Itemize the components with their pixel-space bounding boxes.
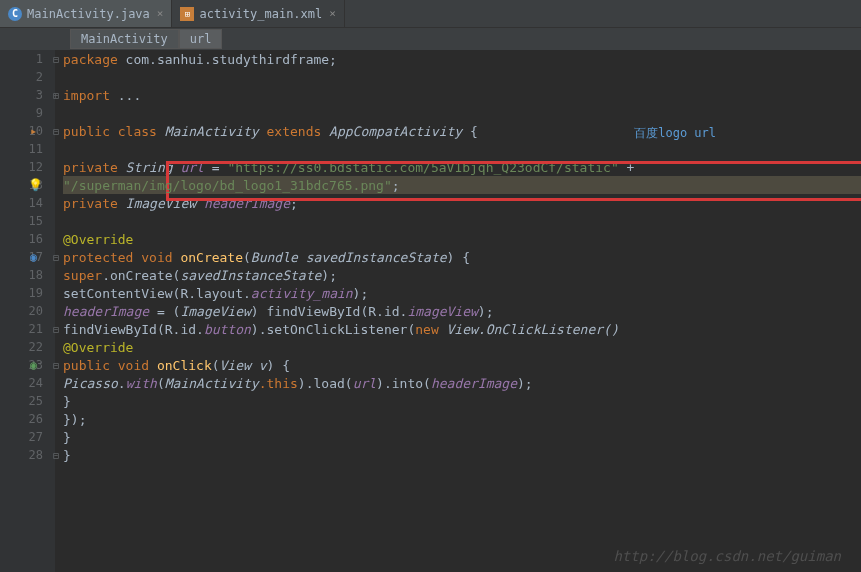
editor-tabs: C MainActivity.java × ⊞ activity_main.xm… xyxy=(0,0,861,28)
line-number: 27 xyxy=(0,428,51,446)
line-number: 26 xyxy=(0,410,51,428)
line-gutter: 1 2 3 9 ▸10 11 12 💡13 14 15 16 ◉17 18 19… xyxy=(0,50,55,572)
fold-icon[interactable]: ⊟ xyxy=(53,360,59,371)
line-number: ◉23 xyxy=(0,356,51,374)
line-number: 2 xyxy=(0,68,51,86)
tab-mainactivity-java[interactable]: C MainActivity.java × xyxy=(0,0,172,27)
breadcrumb-class[interactable]: MainActivity xyxy=(70,29,179,49)
line-number: 11 xyxy=(0,140,51,158)
line-number: 14 xyxy=(0,194,51,212)
bulb-icon[interactable]: 💡 xyxy=(28,178,43,192)
line-number: 18 xyxy=(0,266,51,284)
code-editor: 1 2 3 9 ▸10 11 12 💡13 14 15 16 ◉17 18 19… xyxy=(0,50,861,572)
line-number: 19 xyxy=(0,284,51,302)
line-number: 25 xyxy=(0,392,51,410)
line-number: 20 xyxy=(0,302,51,320)
breadcrumb: MainActivity url xyxy=(0,28,861,50)
fold-icon[interactable]: ⊟ xyxy=(53,450,59,461)
override-icon[interactable]: ◉ xyxy=(30,250,44,264)
line-number: 21 xyxy=(0,320,51,338)
line-number: 24 xyxy=(0,374,51,392)
tab-label: activity_main.xml xyxy=(199,7,322,21)
line-number: 9 xyxy=(0,104,51,122)
code-area[interactable]: ⊟package com.sanhui.studythirdframe; ⊞im… xyxy=(55,50,861,572)
line-number: 3 xyxy=(0,86,51,104)
close-icon[interactable]: × xyxy=(329,7,336,20)
close-icon[interactable]: × xyxy=(157,7,164,20)
line-number: 1 xyxy=(0,50,51,68)
xml-layout-icon: ⊞ xyxy=(180,7,194,21)
annotation-label: 百度logo url xyxy=(634,125,716,142)
tab-label: MainActivity.java xyxy=(27,7,150,21)
implement-icon[interactable]: ◉ xyxy=(30,358,44,372)
line-number: ▸10 xyxy=(0,122,51,140)
tab-activity-main-xml[interactable]: ⊞ activity_main.xml × xyxy=(172,0,344,27)
breadcrumb-field[interactable]: url xyxy=(179,29,223,49)
fold-icon[interactable]: ⊟ xyxy=(53,324,59,335)
line-number: 15 xyxy=(0,212,51,230)
line-number: 28 xyxy=(0,446,51,464)
fold-icon[interactable]: ⊟ xyxy=(53,252,59,263)
fold-icon[interactable]: ⊟ xyxy=(53,126,59,137)
line-number: 💡13 xyxy=(0,176,51,194)
java-class-icon: C xyxy=(8,7,22,21)
line-number: 22 xyxy=(0,338,51,356)
line-number: ◉17 xyxy=(0,248,51,266)
watermark: http://blog.csdn.net/guiman xyxy=(613,548,841,564)
run-gutter-icon[interactable]: ▸ xyxy=(30,124,44,138)
fold-icon[interactable]: ⊞ xyxy=(53,90,59,101)
line-number: 16 xyxy=(0,230,51,248)
fold-icon[interactable]: ⊟ xyxy=(53,54,59,65)
line-number: 12 xyxy=(0,158,51,176)
